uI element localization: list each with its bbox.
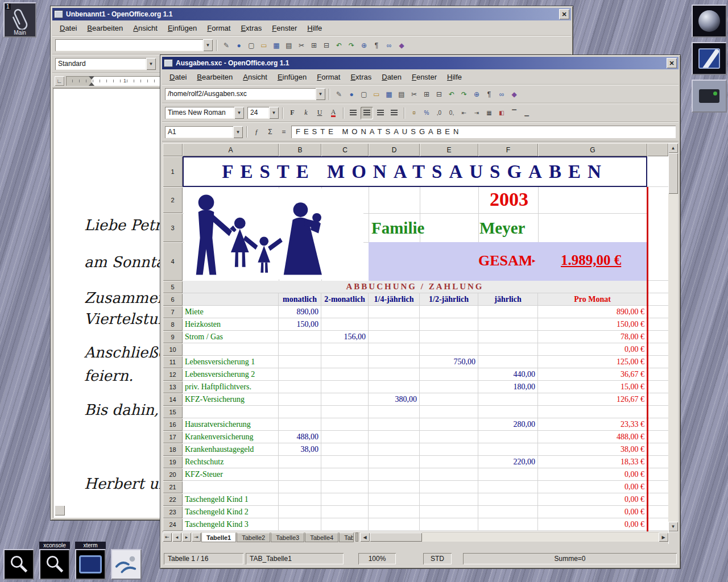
formula-icon[interactable]: = — [278, 126, 290, 138]
align-center-icon[interactable] — [361, 107, 373, 119]
cell[interactable] — [321, 468, 369, 481]
cell[interactable]: Hausratversicherung — [183, 418, 279, 431]
row-header[interactable]: 8 — [163, 318, 183, 331]
cell[interactable] — [279, 331, 321, 343]
align-justify-icon[interactable] — [388, 107, 400, 119]
cell[interactable] — [369, 306, 420, 318]
cell[interactable]: Lebensversicherung 1 — [183, 356, 279, 368]
paste-icon[interactable]: ⊟ — [433, 88, 445, 101]
hyperlink-icon[interactable]: ∞ — [383, 39, 395, 52]
cell[interactable] — [647, 368, 668, 381]
cell[interactable] — [321, 456, 369, 468]
navigator-icon[interactable]: ⊕ — [358, 39, 370, 52]
cell[interactable]: 0,00 € — [538, 343, 647, 356]
scroll-thumb[interactable] — [668, 153, 678, 194]
menu-item[interactable]: Hilfe — [302, 22, 327, 35]
cell[interactable] — [647, 518, 668, 531]
row-header[interactable]: 13 — [163, 381, 183, 393]
copy-icon[interactable]: ⊞ — [308, 39, 320, 52]
url-field[interactable] — [55, 39, 203, 51]
cell[interactable] — [420, 468, 478, 481]
row-header[interactable]: 18 — [163, 443, 183, 456]
cell[interactable] — [279, 393, 321, 406]
url-combo[interactable]: ▼ — [55, 39, 213, 51]
cell[interactable]: 0,00 € — [538, 493, 647, 506]
cell[interactable]: KFZ-Steuer — [183, 468, 279, 481]
cell[interactable] — [279, 493, 321, 506]
cell[interactable] — [647, 156, 668, 187]
close-button[interactable]: ✕ — [667, 58, 677, 68]
cell[interactable]: 15,00 € — [538, 381, 647, 393]
print-document-icon[interactable]: ▤ — [283, 39, 295, 52]
cell[interactable] — [647, 493, 668, 506]
gallery-icon[interactable]: ◆ — [508, 88, 520, 101]
bold-button[interactable]: F — [286, 107, 299, 119]
italic-button[interactable]: k — [300, 107, 312, 119]
cell[interactable] — [321, 318, 369, 331]
new-document-icon[interactable]: ▢ — [358, 88, 370, 101]
row-header[interactable]: 11 — [163, 356, 183, 368]
desktop-icon-sphere[interactable] — [692, 5, 727, 38]
cell[interactable] — [369, 468, 420, 481]
row-header[interactable]: 24 — [163, 518, 183, 531]
menu-item[interactable]: Hilfe — [442, 70, 467, 84]
cell[interactable] — [369, 381, 420, 393]
cell[interactable] — [420, 331, 478, 343]
cell[interactable] — [183, 406, 279, 418]
edit-file-icon[interactable]: ✎ — [333, 88, 345, 101]
close-button[interactable]: ✕ — [559, 9, 569, 19]
sheet-tab-3[interactable]: Tabelle3 — [271, 533, 304, 542]
hyperlink-icon[interactable]: ∞ — [495, 88, 508, 101]
cell[interactable] — [369, 331, 420, 343]
cell[interactable] — [369, 368, 420, 381]
cell[interactable] — [420, 381, 478, 393]
calc-window[interactable]: Ausgaben.sxc - OpenOffice.org 1.1 ✕ Date… — [160, 55, 681, 569]
cell[interactable] — [647, 443, 668, 456]
cell[interactable] — [321, 493, 369, 506]
prev-sheet-icon[interactable]: ◂ — [172, 533, 181, 542]
cell-label-halb[interactable]: 1/2-jährlich — [420, 293, 478, 306]
redo-icon[interactable]: ↷ — [345, 39, 358, 52]
cell[interactable] — [647, 381, 668, 393]
cell[interactable] — [478, 406, 538, 418]
scroll-up-icon[interactable]: ▲ — [668, 143, 678, 153]
cell[interactable] — [321, 518, 369, 531]
cell[interactable]: 0,00 € — [538, 468, 647, 481]
cell[interactable]: 440,00 — [478, 368, 538, 381]
cell[interactable] — [420, 481, 478, 493]
indent-marker-top[interactable] — [89, 76, 94, 80]
cell-label-pro-monat[interactable]: Pro Monat — [538, 293, 647, 306]
gallery-icon[interactable]: ◆ — [395, 39, 408, 52]
cell[interactable] — [420, 493, 478, 506]
cell[interactable] — [279, 343, 321, 356]
cell[interactable]: 38,00 — [279, 443, 321, 456]
cell[interactable] — [647, 431, 668, 443]
menu-item[interactable]: Datei — [164, 70, 192, 84]
cell[interactable]: Krankenhaustagegeld — [183, 443, 279, 456]
function-autopilot-icon[interactable]: ƒ — [250, 126, 263, 138]
copy-icon[interactable]: ⊞ — [420, 88, 433, 101]
sheet-tab-4[interactable]: Tabelle4 — [305, 533, 338, 542]
select-all-corner[interactable] — [163, 143, 183, 156]
cell[interactable] — [321, 393, 369, 406]
open-document-icon[interactable]: ▭ — [258, 39, 270, 52]
cell[interactable] — [647, 306, 668, 318]
number-format-percent-icon[interactable]: % — [420, 107, 433, 119]
cell[interactable] — [369, 356, 420, 368]
cell[interactable] — [279, 468, 321, 481]
style-field[interactable]: Standard — [55, 58, 146, 70]
cell[interactable] — [647, 393, 668, 406]
cell[interactable]: 78,00 € — [538, 331, 647, 343]
cell[interactable] — [420, 456, 478, 468]
row-header[interactable]: 21 — [163, 481, 183, 493]
cell[interactable] — [420, 518, 478, 531]
status-insert-mode[interactable]: STD — [423, 553, 452, 564]
cell[interactable] — [420, 343, 478, 356]
column-header-d[interactable]: D — [369, 143, 420, 156]
cell[interactable] — [478, 331, 538, 343]
taskbar-icon-xterm[interactable] — [75, 549, 106, 580]
align-bottom-icon[interactable]: ▁ — [520, 107, 533, 119]
cell[interactable] — [420, 368, 478, 381]
font-size-combo[interactable]: 24 ▼ — [247, 107, 279, 119]
save-document-icon[interactable]: ▦ — [383, 88, 395, 101]
